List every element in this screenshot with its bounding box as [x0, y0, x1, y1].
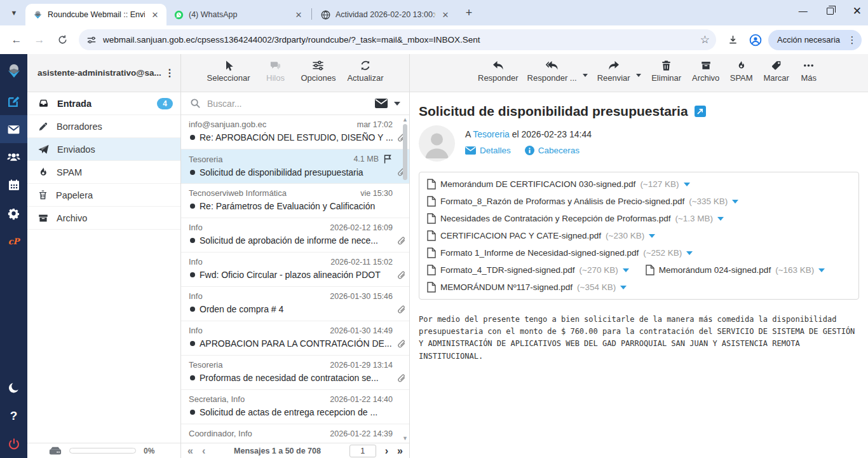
- mail-icon[interactable]: [0, 115, 27, 143]
- action-needed-chip[interactable]: Acción necesaria ⋮: [768, 30, 862, 50]
- message-row[interactable]: Info2026-02-11 15:02 Fwd: Oficio Circula…: [181, 253, 409, 287]
- folder-enviados[interactable]: Enviados: [27, 138, 180, 161]
- attachment-item[interactable]: MEMORÁNDUM Nº117-signed.pdf (~354 KB): [427, 282, 627, 293]
- archive-button[interactable]: Archivo: [687, 60, 725, 83]
- attachment-item[interactable]: Formato_4_TDR-signed-signed.pdf (~270 KB…: [427, 265, 629, 275]
- unread-dot: [190, 204, 195, 209]
- message-row[interactable]: info@sanjuan.gob.ecmar 17:02 Re: APROBAC…: [181, 115, 409, 149]
- open-in-new-window-icon[interactable]: [695, 106, 706, 117]
- roundcube-logo[interactable]: [0, 54, 27, 87]
- flag-icon[interactable]: [383, 154, 393, 164]
- address-bar[interactable]: webmail.sanjuan.gob.ec/cpsess1364244002/…: [79, 29, 716, 50]
- reply-button[interactable]: Responder: [473, 60, 523, 83]
- message-date-text: el 2026-02-23 14:44: [512, 129, 592, 139]
- attachment-menu-icon[interactable]: [686, 251, 693, 255]
- attachment-menu-icon[interactable]: [684, 183, 690, 186]
- mark-button[interactable]: Marcar: [758, 60, 795, 83]
- browser-tab-roundcube[interactable]: Roundcube Webmail :: Enviados ✕: [25, 4, 166, 25]
- folder-entrada[interactable]: Entrada 4: [27, 92, 180, 115]
- message-row[interactable]: Info2026-02-12 16:09 Solicitud de aproba…: [181, 218, 409, 253]
- attachment-menu-icon[interactable]: [732, 200, 738, 204]
- calendar-icon[interactable]: [0, 171, 27, 199]
- browser-tab-actividad[interactable]: Actividad 2026-02-20 13:00:00 ✕: [313, 4, 457, 25]
- restore-button[interactable]: [827, 8, 834, 15]
- attachment-item[interactable]: Memorándum DE CERTIFICACION 030-signed.p…: [427, 179, 690, 190]
- message-row[interactable]: Tecnoserviweb Informáticavie 15:30 Re: P…: [181, 184, 409, 218]
- logout-power-icon[interactable]: [0, 430, 27, 458]
- minimize-button[interactable]: —: [799, 6, 808, 16]
- search-bar[interactable]: Buscar...: [181, 92, 409, 115]
- browser-tab-whatsapp[interactable]: (4) WhatsApp ✕: [166, 4, 310, 25]
- scope-envelope-icon[interactable]: [375, 99, 388, 108]
- message-row[interactable]: Info2026-01-30 14:49 APROBACION PARA LA …: [181, 321, 409, 356]
- new-tab-button[interactable]: +: [461, 4, 477, 21]
- back-button[interactable]: ←: [6, 30, 27, 50]
- message-sender: Info: [189, 326, 326, 335]
- reply-all-button[interactable]: Responder ...: [523, 60, 581, 83]
- attachment-item[interactable]: CERTIFICACION PAC Y CATE-signed.pdf (~23…: [427, 230, 655, 241]
- message-row[interactable]: Tesoreria2026-01-29 13:14 Proformas de n…: [181, 356, 409, 390]
- message-row[interactable]: Info2026-01-30 15:46 Orden de compra # 4: [181, 287, 409, 321]
- next-page-icon[interactable]: ›: [385, 446, 388, 456]
- attachment-menu-icon[interactable]: [620, 286, 627, 289]
- scroll-up-icon[interactable]: ▲: [402, 116, 408, 123]
- cpanel-icon[interactable]: cP: [0, 227, 27, 255]
- more-button[interactable]: Más: [795, 60, 823, 83]
- tab-close-icon[interactable]: ✕: [294, 10, 304, 20]
- pdf-file-icon: [427, 179, 436, 190]
- contacts-icon[interactable]: [0, 143, 27, 171]
- folder-papelera[interactable]: Papelera: [27, 184, 180, 207]
- message-row-selected[interactable]: Tesoreria 4.1 MB Solicitud de disponibil…: [181, 149, 409, 184]
- close-window-button[interactable]: ✕: [853, 4, 862, 18]
- tab-close-icon[interactable]: ✕: [440, 10, 451, 20]
- bookmark-star-icon[interactable]: ☆: [700, 33, 710, 46]
- button-label: Marcar: [763, 73, 789, 83]
- site-settings-icon[interactable]: [86, 35, 97, 45]
- reply-all-dropdown-icon[interactable]: [583, 74, 588, 77]
- help-icon[interactable]: ?: [0, 402, 27, 430]
- recipient-link[interactable]: Tesoreria: [473, 129, 510, 139]
- message-row[interactable]: Secretaria, Info2026-01-22 14:40 Solicit…: [181, 390, 409, 424]
- page-number-input[interactable]: 1: [349, 445, 376, 457]
- attachment-item[interactable]: Memorándum 024-signed.pdf (~163 KB): [646, 265, 825, 275]
- scroll-down-icon[interactable]: ▼: [402, 435, 408, 441]
- forward-dropdown-icon[interactable]: [636, 74, 641, 77]
- last-page-icon[interactable]: »: [397, 446, 403, 456]
- prev-page-icon[interactable]: ‹: [202, 446, 205, 456]
- scrollbar-thumb[interactable]: [403, 124, 407, 180]
- message-row[interactable]: Coordinador, Info2026-01-22 14:39: [181, 424, 409, 443]
- tab-close-icon[interactable]: ✕: [150, 10, 160, 20]
- attachment-menu-icon[interactable]: [717, 217, 724, 221]
- browser-menu-icon[interactable]: ⋮: [846, 35, 858, 45]
- folder-borradores[interactable]: Borradores: [27, 115, 180, 138]
- attachment-menu-icon[interactable]: [818, 268, 825, 272]
- attachment-item[interactable]: Formato 1_Informe de Necesidad-signed-si…: [427, 247, 693, 258]
- profile-icon[interactable]: [745, 30, 766, 50]
- reload-button[interactable]: [52, 30, 72, 50]
- downloads-icon[interactable]: [722, 30, 743, 50]
- refresh-button[interactable]: Actualizar: [342, 60, 388, 83]
- threads-button[interactable]: Hilos: [257, 60, 294, 83]
- select-button[interactable]: Seleccionar: [203, 60, 255, 83]
- attachment-menu-icon[interactable]: [623, 268, 629, 272]
- forward-button[interactable]: Reenviar: [593, 60, 635, 83]
- options-button[interactable]: Opciones: [296, 60, 340, 83]
- folder-spam[interactable]: SPAM: [27, 161, 180, 184]
- attachment-item[interactable]: Formato_8_Razón de Proformas y Análisis …: [427, 196, 738, 207]
- forward-button[interactable]: →: [29, 30, 50, 50]
- headers-toggle[interactable]: Cabeceras: [525, 146, 580, 155]
- dark-mode-moon-icon[interactable]: [0, 374, 27, 402]
- search-options-chevron-icon[interactable]: [394, 102, 400, 106]
- settings-gear-icon[interactable]: [0, 199, 27, 227]
- spam-button[interactable]: SPAM: [725, 60, 758, 83]
- attachment-item[interactable]: Necesidades de Contratación y Recepción …: [427, 213, 724, 224]
- attachment-menu-icon[interactable]: [649, 234, 655, 238]
- details-toggle[interactable]: Detalles: [465, 146, 511, 155]
- tab-search-button[interactable]: ▼: [5, 4, 23, 22]
- folders-menu-icon[interactable]: ⋮: [164, 68, 175, 78]
- delete-button[interactable]: Eliminar: [646, 60, 687, 83]
- folder-archivo[interactable]: Archivo: [27, 207, 180, 230]
- first-page-icon[interactable]: «: [187, 446, 193, 456]
- list-scrollbar[interactable]: ▲ ▼: [401, 115, 409, 443]
- compose-icon[interactable]: [0, 87, 27, 115]
